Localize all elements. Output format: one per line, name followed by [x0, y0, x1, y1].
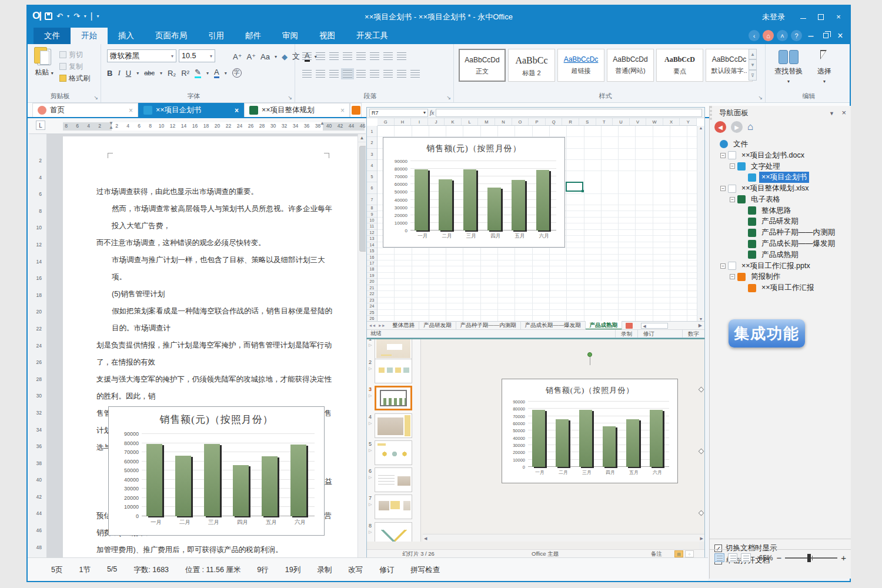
- view-normal-icon[interactable]: [714, 553, 724, 562]
- row-header[interactable]: 14: [367, 242, 377, 248]
- slide-hscrollbar[interactable]: ◀▶: [423, 534, 704, 542]
- find-replace-button[interactable]: 查找替换▾: [770, 50, 807, 85]
- row-header[interactable]: 19: [367, 273, 377, 279]
- nav-home-icon[interactable]: ⌂: [747, 121, 753, 133]
- slide-thumbnail-item[interactable]: 7 ▷: [367, 494, 421, 520]
- borders-icon[interactable]: [397, 70, 406, 78]
- sheet-vscrollbar[interactable]: ▲▼: [697, 126, 704, 321]
- tree-item-label[interactable]: ××项目企划书.docx: [739, 150, 807, 161]
- tab-stop-selector[interactable]: L: [36, 121, 45, 130]
- ribbon-tab[interactable]: 引用: [198, 28, 235, 44]
- status-item[interactable]: 5页: [51, 565, 62, 575]
- column-header[interactable]: G: [377, 118, 395, 125]
- tree-item-label[interactable]: 产品研发期: [759, 216, 801, 227]
- select-button[interactable]: 选择▾: [810, 50, 838, 85]
- style-card[interactable]: AaBbCcDc 超链接: [557, 49, 604, 82]
- scroll-up-icon[interactable]: ▲: [358, 134, 366, 142]
- enclose-char-button[interactable]: 字: [232, 68, 242, 78]
- ribbon-tab[interactable]: 开始: [71, 28, 108, 44]
- slide-thumbnail-item[interactable]: 1 ▷: [367, 339, 421, 360]
- horizontal-ruler[interactable]: 8642 24681012141618202224262830323436384…: [29, 118, 366, 134]
- sheet-tab[interactable]: 产品成长期——爆发期: [521, 321, 586, 330]
- row-header[interactable]: 3: [367, 149, 377, 160]
- slide-editing-area[interactable]: 销售额(元)（按照月份）0100002000030000400005000060…: [421, 339, 704, 533]
- subscript-button[interactable]: R₂: [168, 69, 176, 78]
- column-headers[interactable]: GHIJKLMNOPQRSTUVWXY: [377, 118, 697, 126]
- tree-item[interactable]: − 产品种子期——内测期: [712, 227, 848, 238]
- tree-item[interactable]: − ××项目企划书.docx: [712, 150, 848, 161]
- style-card[interactable]: AaBbCcDd 正文: [459, 49, 506, 82]
- ribbon-tab[interactable]: 文件: [34, 28, 71, 44]
- row-header[interactable]: 2: [367, 137, 377, 148]
- hanging-indent-marker[interactable]: ▲: [109, 125, 113, 130]
- help-icon[interactable]: ?: [791, 30, 802, 41]
- column-header[interactable]: I: [411, 118, 428, 125]
- tree-item[interactable]: − 简报制作: [712, 272, 848, 283]
- scroll-left-icon[interactable]: ◀: [424, 536, 427, 541]
- fx-icon[interactable]: fx: [430, 109, 434, 116]
- italic-button[interactable]: I: [118, 68, 120, 78]
- status-item[interactable]: 字数: 1683: [133, 565, 169, 575]
- tree-item-label[interactable]: 产品成长期——爆发期: [759, 238, 837, 249]
- pilcrow-icon[interactable]: [410, 70, 420, 78]
- slide-thumbnail[interactable]: [375, 339, 412, 360]
- column-header[interactable]: Y: [680, 118, 697, 125]
- ribbon-tab[interactable]: 视图: [309, 28, 346, 44]
- sheet-tab[interactable]: 产品种子期——内测期: [456, 321, 521, 330]
- slide-thumbnail[interactable]: [375, 440, 412, 465]
- panel-close-icon[interactable]: ×: [841, 108, 846, 117]
- slide-thumbnail-item[interactable]: 8 ▷: [367, 522, 421, 542]
- tree-item[interactable]: − ××项目工作汇报.pptx: [712, 260, 848, 272]
- zoom-level[interactable]: 65%: [759, 554, 773, 562]
- status-item[interactable]: 位置 : 11.56 厘米: [185, 565, 240, 575]
- status-item[interactable]: 录制: [317, 565, 332, 575]
- nav-forward-icon[interactable]: ▶: [731, 121, 743, 133]
- increase-indent-icon[interactable]: [356, 52, 366, 60]
- tree-expander-icon[interactable]: −: [720, 263, 726, 269]
- tree-expander-icon[interactable]: −: [730, 163, 735, 169]
- column-header[interactable]: P: [529, 118, 546, 125]
- sheet-tab-nav-icons[interactable]: ◂◂ ▸▸: [369, 323, 386, 328]
- status-item[interactable]: 1节: [79, 565, 90, 575]
- underline-button[interactable]: U: [126, 69, 131, 78]
- normal-view-icon[interactable]: ▤: [674, 550, 683, 557]
- status-item[interactable]: 19列: [285, 565, 300, 575]
- zoom-out-icon[interactable]: −: [777, 553, 782, 563]
- doc-close-button[interactable]: ×: [834, 31, 846, 41]
- sheet-tab-scroll[interactable]: ◀: [641, 323, 668, 329]
- document-page[interactable]: 过市场调查获得，由此也显示出市场调查的重要。然而，市场调查常被高层领导人与策划书…: [63, 136, 366, 557]
- column-header[interactable]: N: [495, 118, 512, 125]
- column-header[interactable]: U: [613, 118, 630, 125]
- tree-item[interactable]: − 产品研发期: [712, 216, 848, 228]
- slide-thumbnail-item[interactable]: 6 ▷: [367, 467, 421, 493]
- scrollbar-thumb[interactable]: [359, 146, 366, 252]
- tree-item[interactable]: − 整体思路: [712, 205, 848, 216]
- tree-item-label[interactable]: ××项目工作汇报: [759, 282, 817, 293]
- row-header[interactable]: 11: [367, 223, 377, 229]
- sheet-tab[interactable]: 整体思路: [388, 321, 419, 330]
- row-header[interactable]: 22: [367, 291, 377, 297]
- home-circle-icon[interactable]: ⌂: [763, 30, 774, 41]
- tab-close-icon[interactable]: ×: [129, 106, 133, 115]
- row-header[interactable]: 5: [367, 171, 377, 182]
- decrease-indent-icon[interactable]: [343, 52, 352, 60]
- new-sheet-icon[interactable]: [626, 323, 633, 329]
- selection-handle[interactable]: [699, 387, 704, 393]
- column-header[interactable]: Q: [546, 118, 563, 125]
- row-header[interactable]: 4: [367, 160, 377, 171]
- tab-close-icon[interactable]: ×: [340, 106, 345, 115]
- scroll-up-icon[interactable]: ▲: [699, 126, 703, 130]
- row-header[interactable]: 18: [367, 266, 377, 272]
- tree-item[interactable]: − ××项目工作汇报: [712, 282, 848, 293]
- document-tab[interactable]: ××项目企划书 ×: [138, 103, 244, 117]
- ribbon-tab[interactable]: 插入: [108, 28, 145, 44]
- sheet-tab[interactable]: 产品成熟期: [586, 321, 623, 330]
- row-header[interactable]: 9: [367, 212, 377, 218]
- font-family-combo[interactable]: 微软雅黑▾: [107, 49, 176, 62]
- doc-restore-button[interactable]: [820, 31, 831, 41]
- tab-close-icon[interactable]: ×: [235, 106, 239, 115]
- row-header[interactable]: 13: [367, 236, 377, 242]
- slide-thumbnail[interactable]: [375, 359, 412, 383]
- sheet-tab-right-arrow-icon[interactable]: ▶: [699, 323, 702, 328]
- row-header[interactable]: 23: [367, 298, 377, 303]
